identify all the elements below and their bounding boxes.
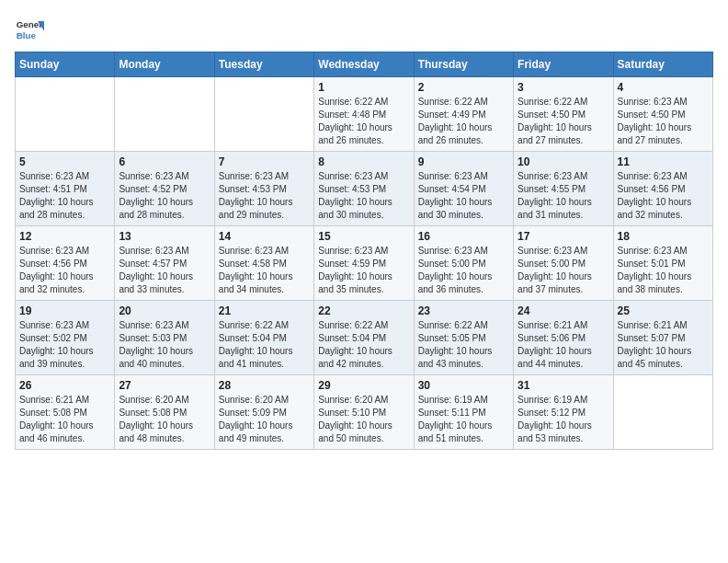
day-info: Sunrise: 6:22 AM Sunset: 5:04 PM Dayligh… xyxy=(318,319,409,371)
day-info: Sunrise: 6:23 AM Sunset: 4:53 PM Dayligh… xyxy=(318,170,409,222)
calendar-cell: 31Sunrise: 6:19 AM Sunset: 5:12 PM Dayli… xyxy=(514,375,613,450)
calendar-cell: 13Sunrise: 6:23 AM Sunset: 4:57 PM Dayli… xyxy=(115,226,214,301)
day-info: Sunrise: 6:22 AM Sunset: 5:04 PM Dayligh… xyxy=(219,319,310,371)
day-number: 26 xyxy=(19,379,110,392)
week-row-4: 19Sunrise: 6:23 AM Sunset: 5:02 PM Dayli… xyxy=(16,301,713,375)
calendar-cell: 29Sunrise: 6:20 AM Sunset: 5:10 PM Dayli… xyxy=(314,375,414,450)
day-number: 13 xyxy=(119,230,210,243)
day-info: Sunrise: 6:23 AM Sunset: 4:56 PM Dayligh… xyxy=(19,245,110,296)
calendar-cell: 18Sunrise: 6:23 AM Sunset: 5:01 PM Dayli… xyxy=(613,226,712,301)
day-header-wednesday: Wednesday xyxy=(314,52,414,77)
day-info: Sunrise: 6:23 AM Sunset: 5:00 PM Dayligh… xyxy=(418,245,509,296)
day-number: 4 xyxy=(618,81,709,94)
day-info: Sunrise: 6:23 AM Sunset: 4:57 PM Dayligh… xyxy=(119,245,210,296)
day-info: Sunrise: 6:21 AM Sunset: 5:08 PM Dayligh… xyxy=(19,394,110,445)
day-number: 11 xyxy=(618,155,709,168)
day-info: Sunrise: 6:21 AM Sunset: 5:06 PM Dayligh… xyxy=(518,319,609,371)
day-info: Sunrise: 6:23 AM Sunset: 4:52 PM Dayligh… xyxy=(119,170,210,222)
day-info: Sunrise: 6:22 AM Sunset: 4:49 PM Dayligh… xyxy=(418,96,509,147)
calendar-cell: 27Sunrise: 6:20 AM Sunset: 5:08 PM Dayli… xyxy=(115,375,214,450)
calendar-table: SundayMondayTuesdayWednesdayThursdayFrid… xyxy=(15,52,713,450)
day-header-tuesday: Tuesday xyxy=(214,52,313,77)
day-number: 27 xyxy=(119,379,210,392)
calendar-cell xyxy=(214,77,313,152)
calendar-cell xyxy=(16,77,115,152)
day-info: Sunrise: 6:19 AM Sunset: 5:11 PM Dayligh… xyxy=(418,394,509,445)
day-number: 21 xyxy=(219,304,310,317)
day-number: 8 xyxy=(318,155,409,168)
day-info: Sunrise: 6:20 AM Sunset: 5:08 PM Dayligh… xyxy=(119,394,210,445)
calendar-cell: 8Sunrise: 6:23 AM Sunset: 4:53 PM Daylig… xyxy=(314,152,414,226)
calendar-cell: 23Sunrise: 6:22 AM Sunset: 5:05 PM Dayli… xyxy=(414,301,513,375)
day-number: 28 xyxy=(219,379,310,392)
day-number: 29 xyxy=(318,379,409,392)
day-info: Sunrise: 6:22 AM Sunset: 4:48 PM Dayligh… xyxy=(318,96,409,147)
day-info: Sunrise: 6:23 AM Sunset: 4:58 PM Dayligh… xyxy=(219,245,310,296)
day-number: 30 xyxy=(418,379,509,392)
day-number: 18 xyxy=(618,230,709,243)
day-header-friday: Friday xyxy=(514,52,613,77)
calendar-cell: 11Sunrise: 6:23 AM Sunset: 4:56 PM Dayli… xyxy=(613,152,712,226)
calendar-cell: 10Sunrise: 6:23 AM Sunset: 4:55 PM Dayli… xyxy=(514,152,613,226)
calendar-cell xyxy=(115,77,214,152)
day-info: Sunrise: 6:23 AM Sunset: 5:01 PM Dayligh… xyxy=(618,245,709,296)
day-number: 22 xyxy=(318,304,409,317)
day-number: 1 xyxy=(318,81,409,94)
day-number: 25 xyxy=(618,304,709,317)
calendar-cell: 19Sunrise: 6:23 AM Sunset: 5:02 PM Dayli… xyxy=(16,301,115,375)
day-number: 31 xyxy=(518,379,609,392)
day-header-monday: Monday xyxy=(115,52,214,77)
day-header-sunday: Sunday xyxy=(16,52,115,77)
day-number: 3 xyxy=(518,81,609,94)
day-number: 14 xyxy=(219,230,310,243)
day-info: Sunrise: 6:19 AM Sunset: 5:12 PM Dayligh… xyxy=(518,394,609,445)
day-info: Sunrise: 6:23 AM Sunset: 4:55 PM Dayligh… xyxy=(518,170,609,222)
day-info: Sunrise: 6:23 AM Sunset: 4:53 PM Dayligh… xyxy=(219,170,310,222)
day-number: 5 xyxy=(19,155,110,168)
week-row-3: 12Sunrise: 6:23 AM Sunset: 4:56 PM Dayli… xyxy=(16,226,713,301)
days-header-row: SundayMondayTuesdayWednesdayThursdayFrid… xyxy=(16,52,713,77)
day-number: 10 xyxy=(518,155,609,168)
calendar-cell: 5Sunrise: 6:23 AM Sunset: 4:51 PM Daylig… xyxy=(16,152,115,226)
day-info: Sunrise: 6:23 AM Sunset: 5:03 PM Dayligh… xyxy=(119,319,210,371)
logo: General Blue xyxy=(15,15,44,44)
calendar-cell: 9Sunrise: 6:23 AM Sunset: 4:54 PM Daylig… xyxy=(414,152,513,226)
calendar-cell: 24Sunrise: 6:21 AM Sunset: 5:06 PM Dayli… xyxy=(514,301,613,375)
calendar-cell: 3Sunrise: 6:22 AM Sunset: 4:50 PM Daylig… xyxy=(514,77,613,152)
day-number: 20 xyxy=(119,304,210,317)
day-number: 23 xyxy=(418,304,509,317)
calendar-cell: 1Sunrise: 6:22 AM Sunset: 4:48 PM Daylig… xyxy=(314,77,414,152)
day-info: Sunrise: 6:21 AM Sunset: 5:07 PM Dayligh… xyxy=(618,319,709,371)
calendar-cell: 26Sunrise: 6:21 AM Sunset: 5:08 PM Dayli… xyxy=(16,375,115,450)
calendar-cell: 7Sunrise: 6:23 AM Sunset: 4:53 PM Daylig… xyxy=(214,152,313,226)
svg-text:Blue: Blue xyxy=(17,30,37,40)
day-number: 19 xyxy=(19,304,110,317)
day-header-saturday: Saturday xyxy=(613,52,712,77)
day-number: 6 xyxy=(119,155,210,168)
calendar-cell: 28Sunrise: 6:20 AM Sunset: 5:09 PM Dayli… xyxy=(214,375,313,450)
calendar-cell: 2Sunrise: 6:22 AM Sunset: 4:49 PM Daylig… xyxy=(414,77,513,152)
day-info: Sunrise: 6:22 AM Sunset: 5:05 PM Dayligh… xyxy=(418,319,509,371)
day-info: Sunrise: 6:22 AM Sunset: 4:50 PM Dayligh… xyxy=(518,96,609,147)
calendar-cell: 22Sunrise: 6:22 AM Sunset: 5:04 PM Dayli… xyxy=(314,301,414,375)
calendar-cell: 14Sunrise: 6:23 AM Sunset: 4:58 PM Dayli… xyxy=(214,226,313,301)
day-number: 16 xyxy=(418,230,509,243)
day-number: 9 xyxy=(418,155,509,168)
day-number: 15 xyxy=(318,230,409,243)
calendar-cell: 6Sunrise: 6:23 AM Sunset: 4:52 PM Daylig… xyxy=(115,152,214,226)
calendar-cell: 20Sunrise: 6:23 AM Sunset: 5:03 PM Dayli… xyxy=(115,301,214,375)
day-info: Sunrise: 6:23 AM Sunset: 4:54 PM Dayligh… xyxy=(418,170,509,222)
day-header-thursday: Thursday xyxy=(414,52,513,77)
day-info: Sunrise: 6:23 AM Sunset: 5:00 PM Dayligh… xyxy=(518,245,609,296)
day-info: Sunrise: 6:23 AM Sunset: 5:02 PM Dayligh… xyxy=(19,319,110,371)
week-row-5: 26Sunrise: 6:21 AM Sunset: 5:08 PM Dayli… xyxy=(16,375,713,450)
day-number: 7 xyxy=(219,155,310,168)
calendar-cell: 25Sunrise: 6:21 AM Sunset: 5:07 PM Dayli… xyxy=(613,301,712,375)
day-info: Sunrise: 6:23 AM Sunset: 4:59 PM Dayligh… xyxy=(318,245,409,296)
day-number: 17 xyxy=(518,230,609,243)
day-number: 12 xyxy=(19,230,110,243)
week-row-1: 1Sunrise: 6:22 AM Sunset: 4:48 PM Daylig… xyxy=(16,77,713,152)
calendar-cell: 30Sunrise: 6:19 AM Sunset: 5:11 PM Dayli… xyxy=(414,375,513,450)
week-row-2: 5Sunrise: 6:23 AM Sunset: 4:51 PM Daylig… xyxy=(16,152,713,226)
day-info: Sunrise: 6:23 AM Sunset: 4:51 PM Dayligh… xyxy=(19,170,110,222)
